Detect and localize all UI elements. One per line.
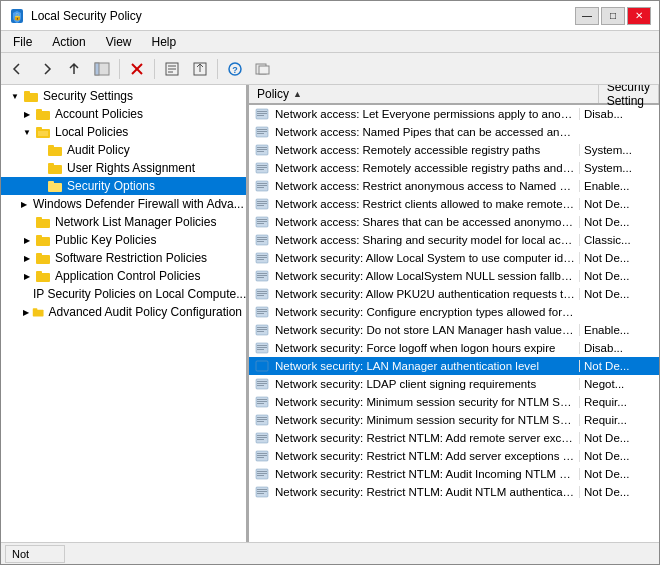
- toolbar-forward[interactable]: [33, 57, 59, 81]
- policy-row[interactable]: Network access: Named Pipes that can be …: [249, 123, 659, 141]
- svg-rect-115: [257, 419, 267, 420]
- policy-value: Not De...: [579, 216, 659, 228]
- toolbar-help[interactable]: ?: [222, 57, 248, 81]
- toolbar-delete[interactable]: [124, 57, 150, 81]
- tree-label: User Rights Assignment: [67, 161, 195, 175]
- policy-name: Network security: LDAP client signing re…: [271, 378, 579, 390]
- tree-panel[interactable]: ▼ Security Settings ▶ Account Policies ▼: [1, 85, 249, 542]
- tree-firewall[interactable]: ▶ Windows Defender Firewall with Adva...: [1, 195, 246, 213]
- policy-row[interactable]: Network security: Minimum session securi…: [249, 411, 659, 429]
- policy-icon: [255, 107, 269, 121]
- expand-arrow: ▶: [21, 108, 33, 120]
- policy-row-icon-cell: [249, 323, 271, 337]
- policy-row[interactable]: Network access: Restrict anonymous acces…: [249, 177, 659, 195]
- svg-rect-106: [257, 381, 267, 382]
- policy-row[interactable]: Network security: Configure encryption t…: [249, 303, 659, 321]
- tree-local-policies[interactable]: ▼ Local Policies: [1, 123, 246, 141]
- svg-rect-124: [257, 457, 264, 458]
- toolbar-export[interactable]: [187, 57, 213, 81]
- maximize-button[interactable]: □: [601, 7, 625, 25]
- svg-rect-123: [257, 455, 267, 456]
- policy-row[interactable]: Network access: Restrict clients allowed…: [249, 195, 659, 213]
- policy-row[interactable]: Network security: Allow Local System to …: [249, 249, 659, 267]
- tree-user-rights[interactable]: ▶ User Rights Assignment: [1, 159, 246, 177]
- svg-rect-17: [24, 91, 30, 94]
- folder-icon: [47, 143, 63, 157]
- policy-icon: [255, 143, 269, 157]
- policy-name: Network security: Restrict NTLM: Add ser…: [271, 450, 579, 462]
- policy-value: System...: [579, 144, 659, 156]
- policy-row-icon-cell: [249, 197, 271, 211]
- minimize-button[interactable]: —: [575, 7, 599, 25]
- svg-rect-72: [257, 223, 264, 224]
- toolbar-properties[interactable]: [159, 57, 185, 81]
- tree-audit-policy[interactable]: ▶ Audit Policy: [1, 141, 246, 159]
- policy-value: Enable...: [579, 324, 659, 336]
- svg-rect-3: [95, 63, 99, 75]
- tree-account-policies[interactable]: ▶ Account Policies: [1, 105, 246, 123]
- policy-row[interactable]: Network access: Shares that can be acces…: [249, 213, 659, 231]
- policy-row[interactable]: Network security: Minimum session securi…: [249, 393, 659, 411]
- svg-rect-70: [257, 219, 267, 220]
- tree-software-restriction[interactable]: ▶ Software Restriction Policies: [1, 249, 246, 267]
- toolbar-sep-2: [154, 59, 155, 79]
- tree-label: Windows Defender Firewall with Adva...: [33, 197, 244, 211]
- policy-row[interactable]: Network security: Restrict NTLM: Audit I…: [249, 465, 659, 483]
- toolbar-extra[interactable]: [250, 57, 276, 81]
- expand-arrow: ▶: [21, 252, 33, 264]
- tree-advanced-audit[interactable]: ▶ Advanced Audit Policy Configuration: [1, 303, 246, 321]
- policy-list[interactable]: Network access: Let Everyone permissions…: [249, 105, 659, 542]
- svg-rect-80: [257, 259, 264, 260]
- tree-network-list[interactable]: ▶ Network List Manager Policies: [1, 213, 246, 231]
- menu-view[interactable]: View: [98, 33, 140, 51]
- policy-row[interactable]: Network security: Restrict NTLM: Audit N…: [249, 483, 659, 501]
- policy-row[interactable]: Network security: Force logoff when logo…: [249, 339, 659, 357]
- policy-row[interactable]: Network security: Restrict NTLM: Add ser…: [249, 447, 659, 465]
- toolbar-back[interactable]: [5, 57, 31, 81]
- svg-rect-28: [48, 181, 54, 184]
- security-column-header[interactable]: Security Setting: [599, 85, 659, 103]
- policy-row[interactable]: Network access: Let Everyone permissions…: [249, 105, 659, 123]
- svg-rect-88: [257, 295, 264, 296]
- policy-row[interactable]: Network security: Do not store LAN Manag…: [249, 321, 659, 339]
- svg-rect-108: [257, 385, 264, 386]
- policy-row[interactable]: Network access: Remotely accessible regi…: [249, 159, 659, 177]
- tree-public-key[interactable]: ▶ Public Key Policies: [1, 231, 246, 249]
- policy-row[interactable]: Network access: Sharing and security mod…: [249, 231, 659, 249]
- svg-rect-35: [36, 255, 50, 264]
- policy-row-icon-cell: [249, 161, 271, 175]
- folder-open-selected-icon: [47, 179, 63, 193]
- tree-security-settings[interactable]: ▼ Security Settings: [1, 87, 246, 105]
- svg-rect-118: [257, 435, 267, 436]
- policy-icon: [255, 287, 269, 301]
- menu-file[interactable]: File: [5, 33, 40, 51]
- policy-row[interactable]: Network security: LDAP client signing re…: [249, 375, 659, 393]
- policy-value: Not De...: [579, 288, 659, 300]
- policy-row[interactable]: Network security: Restrict NTLM: Add rem…: [249, 429, 659, 447]
- svg-rect-46: [257, 111, 267, 112]
- policy-row[interactable]: Network security: Allow LocalSystem NULL…: [249, 267, 659, 285]
- svg-rect-82: [257, 273, 267, 274]
- policy-row[interactable]: Network security: Allow PKU2U authentica…: [249, 285, 659, 303]
- column-headers: Policy ▲ Security Setting: [249, 85, 659, 105]
- svg-rect-62: [257, 183, 267, 184]
- tree-ip-security[interactable]: ▶ IP Security Policies on Local Compute.…: [1, 285, 246, 303]
- folder-icon: [35, 107, 51, 121]
- toolbar-up[interactable]: [61, 57, 87, 81]
- tree-label: Audit Policy: [67, 143, 130, 157]
- policy-column-header[interactable]: Policy ▲: [249, 85, 599, 103]
- policy-name: Network security: Restrict NTLM: Audit N…: [271, 486, 579, 498]
- policy-row[interactable]: Network security: LAN Manager authentica…: [249, 357, 659, 375]
- policy-icon: [255, 233, 269, 247]
- close-button[interactable]: ✕: [627, 7, 651, 25]
- tree-security-options[interactable]: ▶ Security Options: [1, 177, 246, 195]
- toolbar-show-hide[interactable]: [89, 57, 115, 81]
- policy-row-icon-cell: [249, 467, 271, 481]
- policy-row[interactable]: Network access: Remotely accessible regi…: [249, 141, 659, 159]
- tree-app-control[interactable]: ▶ Application Control Policies: [1, 267, 246, 285]
- policy-value: Negot...: [579, 378, 659, 390]
- menu-help[interactable]: Help: [144, 33, 185, 51]
- policy-row-icon-cell: [249, 395, 271, 409]
- window-title: Local Security Policy: [31, 9, 142, 23]
- menu-action[interactable]: Action: [44, 33, 93, 51]
